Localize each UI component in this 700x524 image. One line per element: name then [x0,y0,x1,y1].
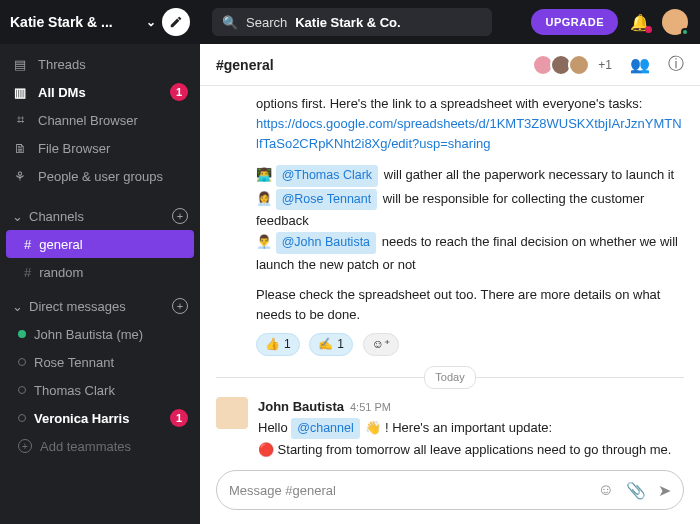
section-label: Channels [29,209,84,224]
author-avatar[interactable] [216,397,248,429]
message-time: 4:51 PM [350,401,391,413]
dms-section-header[interactable]: ⌄ Direct messages + [0,292,200,320]
nav-all-dms[interactable]: ▥All DMs1 [0,78,200,106]
notifications-button[interactable]: 🔔 [630,13,650,32]
workspace-name: Katie Stark & ... [10,14,140,30]
search-scope: Katie Stark & Co. [295,15,400,30]
add-teammates-label: Add teammates [40,439,131,454]
section-label: Direct messages [29,299,126,314]
message-text: Hello @channel 👋 ! Here's an important u… [258,417,684,440]
dm-name: Rose Tennant [34,355,114,370]
mention[interactable]: @Rose Tennant [276,189,378,210]
message-link[interactable]: https://docs.google.com/spreadsheets/d/1… [256,116,682,151]
date-label: Today [424,366,475,389]
mention[interactable]: @John Bautista [276,232,376,253]
file-icon: 🗎 [12,141,28,156]
reaction[interactable]: 👍 1 [256,333,300,356]
presence-offline-icon [18,358,26,366]
mention[interactable]: @Thomas Clark [276,165,379,186]
nav-label: All DMs [38,85,86,100]
dm-john-bautista[interactable]: John Bautista (me) [0,320,200,348]
mention-line: 👨‍💻 @Thomas Clark will gather all the pa… [256,164,684,187]
add-reaction-button[interactable]: ☺⁺ [363,333,399,356]
mention-emoji: 👩‍💼 [256,191,272,206]
chevron-down-icon: ⌄ [146,15,156,29]
nav-threads[interactable]: ▤Threads [0,50,200,78]
topbar: 🔍 Search Katie Stark & Co. UPGRADE 🔔 [200,0,700,44]
message: options first. Here's the link to a spre… [216,94,684,356]
nav-channel-browser[interactable]: ⌗Channel Browser [0,106,200,134]
date-divider: Today [216,366,684,389]
dm-veronica-harris[interactable]: Veronica Harris1 [0,404,200,432]
message-input[interactable]: Message #general ☺ 📎 ➤ [216,470,684,510]
dm-name: Veronica Harris [34,411,129,426]
primary-nav: ▤Threads ▥All DMs1 ⌗Channel Browser 🗎Fil… [0,44,200,196]
message-text: options first. Here's the link to a spre… [256,94,684,114]
reaction[interactable]: ✍️ 1 [309,333,353,356]
mention[interactable]: @channel [291,418,359,439]
compose-button[interactable] [162,8,190,36]
workspace-switcher[interactable]: Katie Stark & ... ⌄ [0,0,200,44]
member-count: +1 [598,58,612,72]
search-prefix: Search [246,15,287,30]
mention-line: 👩‍💼 @Rose Tennant will be responsible fo… [256,188,684,232]
channel-title[interactable]: #general [216,57,274,73]
message-list[interactable]: options first. Here's the link to a spre… [200,86,700,460]
channel-random[interactable]: #random [0,258,200,286]
dm-icon: ▥ [12,85,28,100]
emoji-icon[interactable]: ☺ [598,481,614,500]
user-avatar[interactable] [662,9,688,35]
plus-circle-icon: + [18,439,32,453]
add-channel-button[interactable]: + [172,208,188,224]
notification-dot [645,26,652,33]
sidebar: Katie Stark & ... ⌄ ▤Threads ▥All DMs1 ⌗… [0,0,200,524]
dm-name: John Bautista (me) [34,327,143,342]
nav-label: Channel Browser [38,113,138,128]
channels-section-header[interactable]: ⌄ Channels + [0,202,200,230]
hash-icon: # [24,237,31,252]
chevron-down-icon: ⌄ [12,209,23,224]
nav-label: People & user groups [38,169,163,184]
channel-name: random [39,265,83,280]
presence-online-icon [681,28,689,36]
message-text: Please check the spreadsheet out too. Th… [256,285,684,325]
search-input[interactable]: 🔍 Search Katie Stark & Co. [212,8,492,36]
reactions: 👍 1 ✍️ 1 ☺⁺ [256,333,684,356]
author-name[interactable]: John Bautista [258,399,344,414]
message-text: 🔴 Starting from tomorrow all leave appli… [258,440,684,460]
send-icon[interactable]: ➤ [658,481,671,500]
chevron-down-icon: ⌄ [12,299,23,314]
upgrade-button[interactable]: UPGRADE [531,9,618,35]
mention-emoji: 👨‍💼 [256,234,272,249]
mention-line: 👨‍💼 @John Bautista needs to reach the fi… [256,231,684,275]
pencil-icon [169,15,183,29]
channel-header: #general +1 👥 ⓘ [200,44,700,86]
member-avatar [568,54,590,76]
mention-emoji: 👨‍💻 [256,167,272,182]
people-icon: ⚘ [12,169,28,184]
presence-offline-icon [18,386,26,394]
browser-icon: ⌗ [12,112,28,128]
hash-icon: # [24,265,31,280]
add-dm-button[interactable]: + [172,298,188,314]
unread-badge: 1 [170,409,188,427]
dm-thomas-clark[interactable]: Thomas Clark [0,376,200,404]
search-icon: 🔍 [222,15,238,30]
composer: Message #general ☺ 📎 ➤ [200,460,700,524]
add-teammates[interactable]: +Add teammates [0,432,200,460]
dm-rose-tennant[interactable]: Rose Tennant [0,348,200,376]
info-icon[interactable]: ⓘ [668,54,684,75]
attachment-icon[interactable]: 📎 [626,481,646,500]
nav-file-browser[interactable]: 🗎File Browser [0,134,200,162]
threads-icon: ▤ [12,57,28,72]
presence-offline-icon [18,414,26,422]
nav-label: Threads [38,57,86,72]
channel-general[interactable]: #general [6,230,194,258]
dm-name: Thomas Clark [34,383,115,398]
unread-badge: 1 [170,83,188,101]
channel-name: general [39,237,82,252]
message: John Bautista4:51 PM Hello @channel 👋 ! … [216,397,684,460]
nav-people[interactable]: ⚘People & user groups [0,162,200,190]
member-avatars[interactable]: +1 [538,54,612,76]
add-people-icon[interactable]: 👥 [630,55,650,74]
